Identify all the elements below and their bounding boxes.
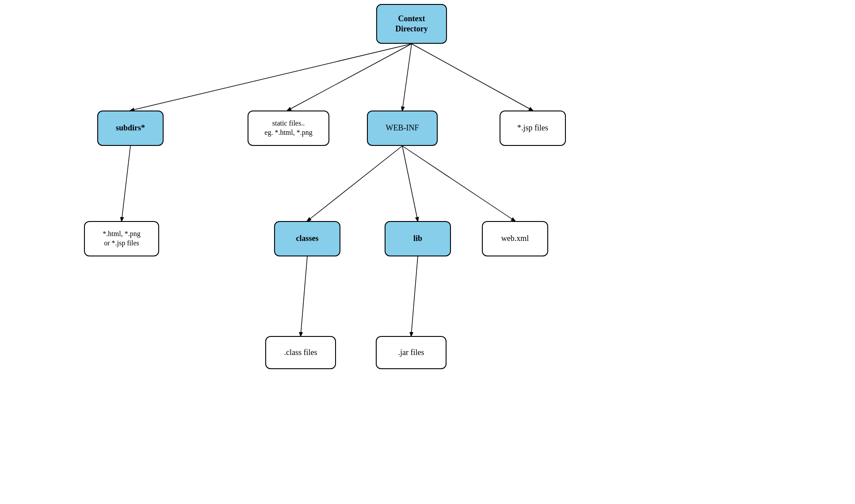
svg-line-4	[122, 146, 130, 221]
svg-line-1	[287, 44, 412, 111]
svg-line-5	[307, 146, 402, 221]
node-html-png-jsp: *.html, *.pngor *.jsp files	[84, 221, 159, 256]
node-context-directory: ContextDirectory	[376, 4, 447, 44]
node-subdirs: subdirs*	[97, 111, 164, 146]
svg-line-2	[402, 44, 412, 111]
node-class-files: .class files	[265, 336, 336, 369]
node-static-files: static files..eg. *.html, *.png	[248, 111, 329, 146]
svg-line-0	[130, 44, 412, 111]
svg-line-9	[411, 256, 418, 336]
svg-line-8	[301, 256, 307, 336]
node-jsp-files: *.jsp files	[500, 111, 566, 146]
node-web-inf: WEB-INF	[367, 111, 438, 146]
svg-line-3	[412, 44, 533, 111]
svg-line-6	[402, 146, 418, 221]
svg-line-7	[402, 146, 515, 221]
node-jar-files: .jar files	[376, 336, 447, 369]
node-classes: classes	[274, 221, 340, 256]
node-lib: lib	[385, 221, 451, 256]
node-web-xml: web.xml	[482, 221, 548, 256]
diagram: ContextDirectory subdirs* static files..…	[0, 0, 855, 504]
